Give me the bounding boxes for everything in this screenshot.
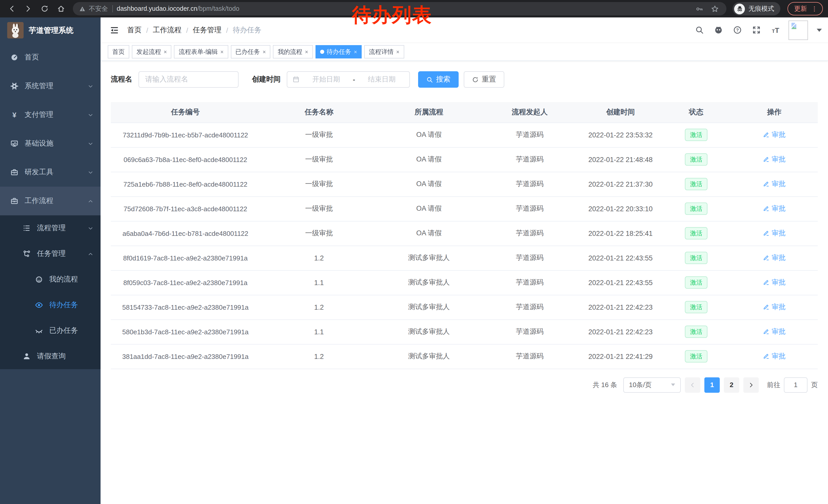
- home-button[interactable]: [54, 2, 68, 15]
- fold-icon: [110, 26, 119, 35]
- sidebar-item-已办任务[interactable]: 已办任务: [0, 318, 100, 343]
- top-header: 首页/工作流程/任务管理/待办任务 ? TT: [100, 17, 828, 43]
- tab-我的流程[interactable]: 我的流程×: [273, 45, 313, 58]
- jump-page-input[interactable]: 1: [784, 377, 808, 393]
- approve-link[interactable]: 审批: [763, 253, 785, 263]
- process-name: 测试多审批人: [378, 319, 480, 344]
- close-icon[interactable]: ×: [220, 49, 224, 55]
- app-logo[interactable]: 芋道管理系统: [0, 17, 100, 43]
- fullscreen-button[interactable]: [750, 25, 762, 36]
- approve-link[interactable]: 审批: [763, 352, 785, 361]
- page-button-2[interactable]: 2: [724, 377, 739, 393]
- create-time-range-picker[interactable]: 开始日期 - 结束日期: [287, 71, 410, 88]
- sidebar-item-系统管理[interactable]: 系统管理: [0, 72, 100, 100]
- security-chip[interactable]: 不安全: [79, 4, 108, 13]
- approve-link[interactable]: 审批: [763, 229, 785, 238]
- end-date-input[interactable]: 结束日期: [359, 75, 405, 84]
- sidebar-item-首页[interactable]: 首页: [0, 43, 100, 72]
- svg-text:T: T: [772, 29, 775, 34]
- task-name: 1.1: [260, 270, 378, 295]
- column-header-创建时间: 创建时间: [579, 102, 662, 123]
- status-badge: 激活: [685, 326, 707, 338]
- close-icon[interactable]: ×: [396, 49, 399, 55]
- column-header-操作: 操作: [731, 102, 818, 123]
- sidebar-item-请假查询[interactable]: 请假查询: [0, 343, 100, 369]
- prev-page-button[interactable]: [685, 377, 700, 393]
- sidebar-item-label: 系统管理: [25, 82, 53, 91]
- create-time: 2022-01-21 22:41:29: [579, 344, 662, 369]
- caret-down-icon[interactable]: [817, 29, 822, 32]
- edit-icon: [763, 328, 770, 335]
- sidebar-item-支付管理[interactable]: ¥支付管理: [0, 100, 100, 129]
- close-icon[interactable]: ×: [263, 49, 266, 55]
- avatar[interactable]: [788, 20, 808, 40]
- back-button[interactable]: [5, 2, 18, 15]
- reset-button[interactable]: 重置: [464, 71, 504, 88]
- help-button[interactable]: ?: [732, 25, 743, 36]
- sidebar-item-label: 流程管理: [37, 224, 66, 233]
- sidebar-item-待办任务[interactable]: 待办任务: [0, 292, 100, 318]
- task-name: 1.2: [260, 344, 378, 369]
- breadcrumb-item[interactable]: 首页: [127, 26, 141, 35]
- task-name: 1.2: [260, 245, 378, 270]
- approve-link[interactable]: 审批: [763, 278, 785, 287]
- monitor-icon: [10, 139, 18, 148]
- approve-link[interactable]: 审批: [763, 155, 785, 164]
- sidebar-item-我的流程[interactable]: 我的流程: [0, 267, 100, 292]
- status-badge: 激活: [685, 153, 707, 166]
- status-badge: 激活: [685, 301, 707, 313]
- chevron-right-icon: [748, 382, 754, 388]
- forward-button[interactable]: [22, 2, 35, 15]
- breadcrumb-item[interactable]: 工作流程: [153, 26, 181, 35]
- sidebar-item-工作流程[interactable]: 工作流程: [0, 187, 100, 215]
- sidebar-item-研发工具[interactable]: 研发工具: [0, 158, 100, 187]
- approve-link[interactable]: 审批: [763, 130, 785, 139]
- breadcrumb-item[interactable]: 任务管理: [193, 26, 222, 35]
- close-icon[interactable]: ×: [354, 49, 357, 55]
- browser-update-button[interactable]: 更新: [787, 2, 823, 15]
- fontsize-button[interactable]: TT: [770, 25, 781, 36]
- tab-已办任务[interactable]: 已办任务×: [231, 45, 271, 58]
- key-icon[interactable]: [694, 5, 705, 12]
- chevron-up-icon: [88, 198, 93, 204]
- bookmark-star-icon[interactable]: [709, 5, 720, 12]
- reload-icon: [41, 5, 49, 13]
- approve-link[interactable]: 审批: [763, 303, 785, 312]
- tab-发起流程[interactable]: 发起流程×: [132, 45, 172, 58]
- approve-link[interactable]: 审批: [763, 204, 785, 213]
- tab-label: 我的流程: [278, 47, 302, 56]
- tab-流程详情[interactable]: 流程详情×: [364, 45, 404, 58]
- person-icon: [23, 352, 31, 360]
- tab-首页[interactable]: 首页: [108, 45, 129, 58]
- gear-icon: [10, 82, 18, 90]
- close-icon[interactable]: ×: [164, 49, 167, 55]
- page-content: 流程名 请输入流程名 创建时间 开始日期 - 结束日期 搜索: [100, 61, 828, 504]
- approve-link[interactable]: 审批: [763, 327, 785, 336]
- start-date-input[interactable]: 开始日期: [304, 75, 349, 84]
- sidebar-item-基础设施[interactable]: 基础设施: [0, 129, 100, 158]
- table-header-row: 任务编号任务名称所属流程流程发起人创建时间状态操作: [111, 102, 818, 123]
- table-row: a6aba0a4-7b6d-11ec-b781-acde48001122一级审批…: [111, 221, 818, 245]
- search-button-form[interactable]: 搜索: [418, 71, 459, 88]
- sidebar-item-任务管理[interactable]: 任务管理: [0, 241, 100, 267]
- total-count: 共 16 条: [593, 380, 617, 390]
- task-name: 1.1: [260, 319, 378, 344]
- tab-流程表单-编辑[interactable]: 流程表单-编辑×: [174, 45, 228, 58]
- sidebar-fold-button[interactable]: [109, 25, 120, 36]
- search-button[interactable]: [694, 25, 705, 36]
- process-name-input[interactable]: 请输入流程名: [138, 71, 239, 88]
- chevron-down-icon: [88, 170, 93, 175]
- reload-button[interactable]: [38, 2, 51, 15]
- github-button[interactable]: [713, 25, 724, 36]
- page-button-1[interactable]: 1: [704, 377, 720, 393]
- column-header-流程发起人: 流程发起人: [480, 102, 580, 123]
- security-label: 不安全: [89, 4, 108, 13]
- close-icon[interactable]: ×: [305, 49, 308, 55]
- next-page-button[interactable]: [743, 377, 759, 393]
- sidebar-item-流程管理[interactable]: 流程管理: [0, 215, 100, 241]
- process-starter: 芋道源码: [480, 295, 580, 319]
- approve-link[interactable]: 审批: [763, 179, 785, 189]
- tab-待办任务[interactable]: 待办任务×: [316, 45, 362, 58]
- page-size-select[interactable]: 10条/页: [623, 377, 681, 393]
- browser-menu-icon[interactable]: [811, 5, 818, 12]
